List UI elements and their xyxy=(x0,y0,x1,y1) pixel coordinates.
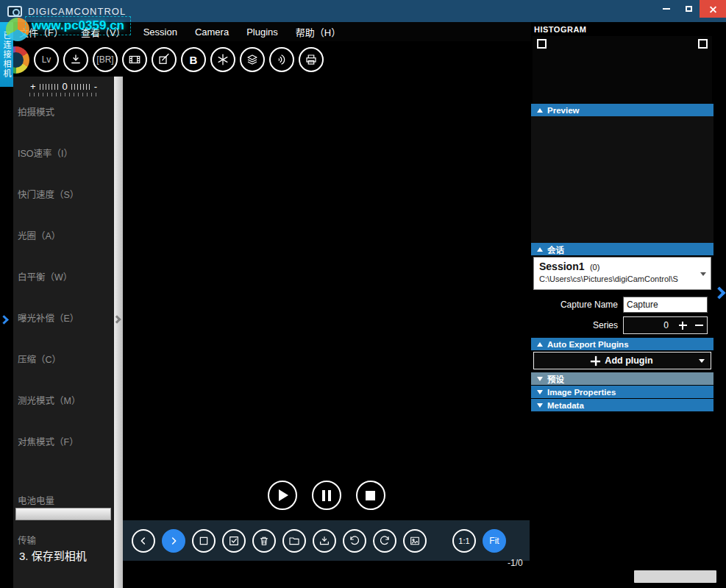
bulb-mode-button[interactable]: B xyxy=(181,47,206,72)
right-edge-expander[interactable] xyxy=(715,288,724,297)
horizontal-scrollbar-thumb[interactable] xyxy=(634,570,716,583)
maximize-button[interactable] xyxy=(677,0,700,18)
previous-image-button[interactable] xyxy=(132,529,155,553)
add-plugin-button[interactable]: Add plugin xyxy=(533,352,711,369)
image-properties-header-label: Image Properties xyxy=(547,388,616,397)
setting-iso[interactable]: ISO速率（I） xyxy=(18,146,73,160)
series-stepper[interactable]: 0 xyxy=(623,316,708,334)
metadata-section-header[interactable]: Metadata xyxy=(531,399,713,411)
rotate-right-button[interactable] xyxy=(373,529,396,553)
close-button[interactable] xyxy=(700,0,726,18)
trash-icon xyxy=(258,535,270,547)
preview-content xyxy=(531,116,713,243)
collapse-icon xyxy=(537,108,543,113)
session-section-header[interactable]: 会话 xyxy=(531,243,713,255)
auto-export-header-label: Auto Export Plugins xyxy=(547,340,629,349)
session-selector[interactable]: Session1 (0) C:\Users\cs\Pictures\digiCa… xyxy=(533,257,711,290)
chevron-right-icon xyxy=(0,315,9,325)
meter-minus-label: - xyxy=(94,81,97,92)
minimize-button[interactable] xyxy=(655,0,677,18)
meter-zero-label: 0 xyxy=(63,81,68,92)
metadata-header-label: Metadata xyxy=(547,401,584,410)
preview-section-header[interactable]: Preview xyxy=(531,104,713,116)
timelapse-button[interactable] xyxy=(122,47,147,72)
printer-icon xyxy=(305,53,318,66)
play-icon xyxy=(279,489,288,501)
rotate-cw-icon xyxy=(379,535,391,547)
presets-header-label: 预设 xyxy=(547,373,564,385)
presets-section-header[interactable]: 预设 xyxy=(531,372,713,385)
expand-icon xyxy=(537,403,543,408)
histogram-title: HISTOGRAM xyxy=(534,25,587,34)
chevron-down-icon xyxy=(699,359,705,363)
star-icon xyxy=(216,53,229,66)
play-button[interactable] xyxy=(268,481,297,510)
setting-focus-mode[interactable]: 对焦模式（F） xyxy=(18,434,79,448)
setting-shooting-mode[interactable]: 拍摄模式 xyxy=(18,105,54,118)
capture-name-input[interactable] xyxy=(623,297,708,313)
next-image-button[interactable] xyxy=(162,529,185,553)
stop-button[interactable] xyxy=(356,481,385,510)
arcs-icon xyxy=(275,53,288,66)
maximize-icon xyxy=(686,6,692,12)
layers-icon xyxy=(246,53,259,66)
watermark-text: www.pc0359.cn xyxy=(25,16,131,35)
chevron-left-icon xyxy=(138,535,149,547)
transfer-button[interactable] xyxy=(313,529,336,553)
live-view-button[interactable]: Lv xyxy=(34,47,59,72)
image-properties-section-header[interactable]: Image Properties xyxy=(531,386,713,398)
series-row: Series 0 xyxy=(531,316,713,334)
select-button[interactable] xyxy=(222,529,246,553)
series-decrement-button[interactable] xyxy=(691,317,707,333)
panel-collapse-handle[interactable] xyxy=(114,316,120,322)
zoom-fit-button[interactable]: Fit xyxy=(483,529,506,553)
plus-icon xyxy=(679,322,687,330)
series-label: Series xyxy=(531,320,623,330)
setting-shutter-speed[interactable]: 快门速度（S） xyxy=(18,187,79,201)
rotate-left-button[interactable] xyxy=(343,529,366,553)
auto-export-section-header[interactable]: Auto Export Plugins xyxy=(531,338,713,350)
film-icon xyxy=(128,53,141,66)
setting-metering-mode[interactable]: 测光模式（M） xyxy=(18,393,80,407)
frame-button[interactable] xyxy=(192,529,216,553)
setting-compression[interactable]: 压缩（C） xyxy=(18,352,61,366)
menu-plugins[interactable]: Plugins xyxy=(246,26,278,38)
dof-preview-button[interactable] xyxy=(269,47,294,72)
focus-stacking-button[interactable] xyxy=(240,47,265,72)
compose-icon xyxy=(157,53,171,66)
collapse-icon xyxy=(537,247,543,252)
open-folder-button[interactable] xyxy=(282,529,306,553)
close-icon xyxy=(709,5,717,13)
setting-exposure-compensation[interactable]: 曝光补偿（E） xyxy=(18,311,79,325)
setting-white-balance[interactable]: 白平衡（W） xyxy=(18,269,72,283)
print-button[interactable] xyxy=(299,47,324,72)
session-count: (0) xyxy=(590,263,599,272)
window-controls xyxy=(655,0,726,22)
series-increment-button[interactable] xyxy=(675,317,691,333)
zoom-1to1-button[interactable]: 1:1 xyxy=(452,529,476,553)
camera-settings-panel: + 0 - 拍摄模式 ISO速率（I） 快门速度（S） 光圈（A） 白平衡（W）… xyxy=(13,77,114,588)
multiple-capture-button[interactable] xyxy=(152,47,177,72)
menu-camera[interactable]: Camera xyxy=(195,26,229,38)
pause-button[interactable] xyxy=(312,481,341,510)
checkbox-icon xyxy=(228,535,240,547)
astronomy-button[interactable] xyxy=(210,47,235,72)
histogram-left-checkbox[interactable] xyxy=(537,39,547,49)
menu-session[interactable]: Session xyxy=(143,26,177,38)
histogram-right-checkbox[interactable] xyxy=(698,39,708,49)
save-to-camera-option[interactable]: 3. 保存到相机 xyxy=(19,548,87,563)
stop-icon xyxy=(366,491,375,500)
left-panel-scrollbar[interactable] xyxy=(114,77,123,588)
left-edge-expander[interactable] xyxy=(1,316,7,323)
chevron-right-icon xyxy=(713,287,726,300)
expand-icon xyxy=(537,390,543,394)
rotate-ccw-icon xyxy=(349,535,360,547)
bracketing-button[interactable]: [BR] xyxy=(93,47,118,72)
capture-download-button[interactable] xyxy=(63,47,88,72)
setting-aperture[interactable]: 光圈（A） xyxy=(18,228,60,242)
delete-button[interactable] xyxy=(252,529,276,553)
meter-ticks-right xyxy=(71,84,90,90)
image-view-button[interactable] xyxy=(403,529,427,553)
image-icon xyxy=(409,535,421,547)
menu-help[interactable]: 帮助（H） xyxy=(296,25,341,39)
